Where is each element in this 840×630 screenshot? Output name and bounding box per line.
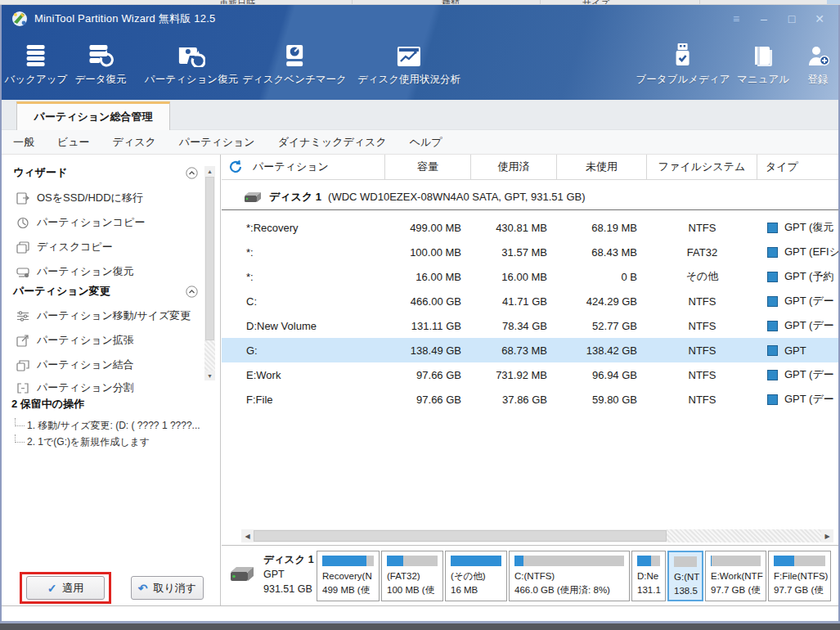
pending-operation-2[interactable]: 2. 1で(G:)を新規作成します [15,434,214,449]
app-logo-icon [11,11,28,27]
usage-bar [387,556,438,566]
menu-disk[interactable]: ディスク [101,130,168,154]
table-row[interactable]: D:New Volume 131.11 GB 78.34 GB 52.77 GB… [222,313,838,338]
status-bar [2,605,838,621]
table-row[interactable]: E:Work 97.66 GB 731.92 MB 96.94 GB NTFS … [222,362,838,387]
toolbar-backup[interactable]: バックアップ [5,43,68,87]
gpt-type-icon [767,394,778,405]
table-row[interactable]: *: 16.00 MB 16.00 MB 0 B その他 GPT (予約 [222,264,838,289]
move-resize-icon [16,310,29,322]
toolbar-disk-benchmark[interactable]: ディスクベンチマーク [242,43,347,87]
toolbar-partition-recovery[interactable]: パーティション復元 [145,43,238,87]
sidebar-item-copy-partition[interactable]: パーティションコピー [16,215,198,230]
disk-block-other[interactable]: (その他) 16 MB [445,551,507,601]
disk-block-f[interactable]: F:File(NTFS) 97.7 GB (使 [768,551,831,601]
menu-bar: 一般 ビュー ディスク パーティション ダイナミックディスク ヘルプ [2,130,838,155]
menu-dynamic-disk[interactable]: ダイナミックディスク [267,130,398,154]
undo-icon: ↶ [138,583,148,594]
col-capacity[interactable]: 容量 [385,155,471,179]
maximize-icon[interactable]: □ [784,11,799,26]
close-icon[interactable]: ✕ [812,11,827,26]
minimize-icon[interactable]: – [757,11,771,26]
content: ウィザード OSをSSD/HDDに移行 パーティションコピー ディスクコピー パ… [2,155,838,605]
toolbar-register[interactable]: 登録 [806,43,829,87]
disk-map: ディスク 1 GPT 931.51 GB Recovery(N 499 MB (… [222,545,838,605]
copy-partition-icon [16,217,29,229]
col-partition[interactable]: パーティション [222,155,385,179]
menu-icon[interactable]: ≡ [729,11,743,26]
horizontal-scrollbar[interactable]: ◀ ▶ [241,529,833,542]
change-section-header[interactable]: パーティション変更 [13,284,198,299]
scroll-down-icon[interactable]: ▼ [204,371,215,380]
disk-benchmark-icon [284,43,305,67]
disk-analyzer-icon [397,43,421,67]
scroll-up-icon[interactable]: ▲ [204,166,215,176]
gpt-type-icon [767,223,778,233]
tab-partition-management[interactable]: パーティション総合管理 [16,101,170,130]
sidebar-item-merge-partition[interactable]: パーティション結合 [16,358,198,372]
menu-partition[interactable]: パーティション [168,130,267,154]
toolbar-data-recovery[interactable]: データ復元 [74,43,126,87]
gpt-type-icon [767,272,778,282]
col-used[interactable]: 使用済 [471,155,557,179]
undo-button[interactable]: ↶ 取り消す [131,576,204,600]
disk-block-fat32[interactable]: (FAT32) 100 MB (使 [381,551,443,601]
sidebar-item-migrate-os[interactable]: OSをSSD/HDDに移行 [16,191,198,205]
sidebar-item-copy-disk[interactable]: ディスクコピー [16,240,198,254]
titlebar: MiniTool Partition Wizard 無料版 12.5 ≡ – □… [2,5,838,33]
sidebar-item-partition-recovery[interactable]: パーティション復元 [16,264,198,279]
window-header: MiniTool Partition Wizard 無料版 12.5 ≡ – □… [2,5,838,100]
sidebar-scrollbar[interactable]: ▲ ▼ [204,166,215,380]
disk-block-d[interactable]: D:Ne 131.1 [631,551,666,601]
gpt-type-icon [767,247,778,258]
check-icon: ✓ [47,583,57,594]
disk-group-header[interactable]: ディスク 1 (WDC WD10EZEX-08WN4A0 SATA, GPT, … [222,184,838,210]
tab-strip: パーティション総合管理 [2,100,838,130]
sidebar-item-split-partition[interactable]: パーティション分割 [16,380,198,395]
disk-block-recovery[interactable]: Recovery(N 499 MB (使 [317,551,380,601]
menu-view[interactable]: ビュー [46,130,101,154]
scrollbar-thumb[interactable] [205,177,214,340]
table-row[interactable]: C: 466.00 GB 41.71 GB 424.29 GB NTFS GPT… [222,289,838,313]
apply-button[interactable]: ✓ 適用 [26,576,105,600]
wizard-section-header[interactable]: ウィザード [13,165,198,180]
table-row[interactable]: *: 100.00 MB 31.57 MB 68.43 MB FAT32 GPT… [222,240,838,264]
col-filesystem[interactable]: ファイルシステム [647,155,757,179]
collapse-icon[interactable] [186,167,198,179]
split-partition-icon [16,382,29,394]
table-row-selected[interactable]: G: 138.49 GB 68.73 MB 138.42 GB NTFS GPT [222,338,838,362]
disk-map-info: ディスク 1 GPT 931.51 GB [228,552,314,596]
collapse-icon[interactable] [186,286,198,298]
col-type[interactable]: タイプ [757,155,838,179]
scroll-left-icon[interactable]: ◀ [241,529,254,542]
menu-general[interactable]: 一般 [2,130,46,154]
disk-block-c[interactable]: C:(NTFS) 466.0 GB (使用済: 8%) [509,551,630,601]
sidebar-item-extend-partition[interactable]: パーティション拡張 [16,333,198,348]
menu-help[interactable]: ヘルプ [398,130,454,154]
scroll-right-icon[interactable]: ▶ [821,529,833,542]
merge-partition-icon [16,359,29,371]
disk-block-g-selected[interactable]: G:(NT 138.5 [667,551,703,601]
gpt-type-icon [767,321,778,331]
col-unused[interactable]: 未使用 [557,155,647,179]
sidebar-item-move-resize[interactable]: パーティション移動/サイズ変更 [16,308,198,323]
window-title: MiniTool Partition Wizard 無料版 12.5 [34,11,215,26]
usage-bar [674,556,697,567]
toolbar-bootable-media[interactable]: ブータブルメディア [636,43,730,87]
window-controls: ≡ – □ ✕ [729,11,827,26]
scrollbar-thumb[interactable] [254,530,667,542]
toolbar-manual[interactable]: マニュアル [737,43,789,87]
gpt-type-icon [767,296,778,307]
manual-icon [752,43,775,67]
usage-bar [451,556,501,566]
disk-icon [243,191,263,203]
gpt-type-icon [767,370,778,380]
disk-block-e[interactable]: E:Work(NTF 97.7 GB (使 [705,551,766,601]
toolbar-disk-analyzer[interactable]: ディスク使用状況分析 [357,43,460,87]
table-row[interactable]: *:Recovery 499.00 MB 430.81 MB 68.19 MB … [222,215,838,240]
data-recovery-icon [88,43,114,67]
table-row[interactable]: F:File 97.66 GB 37.86 GB 59.80 GB NTFS G… [222,387,838,412]
pending-operation-1[interactable]: 1. 移動/サイズ変更: (D: ( ???? 1 ????... [15,418,214,433]
usage-bar [514,556,624,566]
sidebar: ウィザード OSをSSD/HDDに移行 パーティションコピー ディスクコピー パ… [2,155,221,605]
